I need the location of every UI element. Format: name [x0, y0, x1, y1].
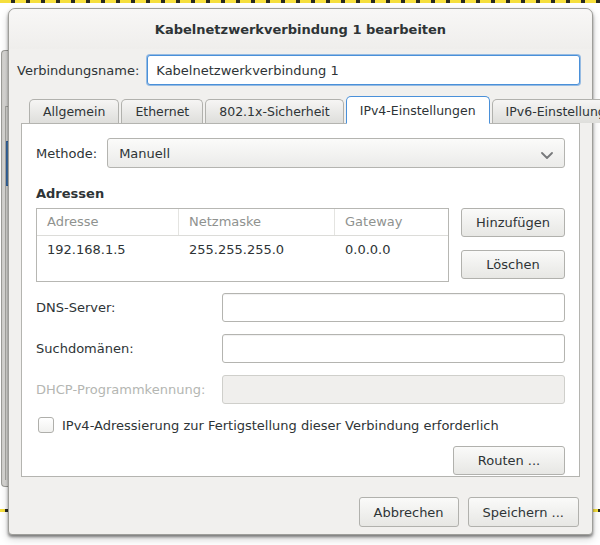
require-ipv4-label: IPv4-Adressierung zur Fertigstellung die… — [62, 418, 499, 433]
search-domains-input[interactable] — [222, 334, 565, 363]
tab-allgemein[interactable]: Allgemein — [29, 99, 119, 123]
delete-address-button[interactable]: Löschen — [461, 250, 565, 279]
dhcp-client-id-input — [222, 375, 565, 404]
tab-ipv6-einstellungen[interactable]: IPv6-Einstellungen — [492, 99, 600, 123]
edit-connection-dialog: Kabelnetzwerkverbindung 1 bearbeiten Ver… — [8, 8, 593, 535]
require-ipv4-checkbox[interactable] — [38, 417, 54, 433]
method-row: Methode: Manuell — [36, 138, 565, 168]
dialog-titlebar[interactable]: Kabelnetzwerkverbindung 1 bearbeiten — [9, 9, 592, 49]
addresses-block: Adresse Netzmaske Gateway 192.168.1.5 25… — [36, 208, 565, 282]
connection-name-label: Verbindungsname: — [17, 63, 139, 78]
addresses-table[interactable]: Adresse Netzmaske Gateway 192.168.1.5 25… — [36, 208, 449, 282]
save-button[interactable]: Speichern ... — [468, 497, 579, 527]
dns-server-label: DNS-Server: — [36, 300, 222, 315]
annotation-dash-right — [593, 509, 600, 512]
chevron-down-icon — [541, 148, 553, 163]
add-address-button[interactable]: Hinzufügen — [461, 208, 565, 237]
routes-button[interactable]: Routen ... — [453, 446, 565, 475]
cell-gateway[interactable]: 0.0.0.0 — [335, 236, 448, 264]
cancel-button[interactable]: Abbrechen — [359, 497, 459, 527]
column-header-adresse[interactable]: Adresse — [37, 209, 179, 235]
tab-ethernet[interactable]: Ethernet — [121, 99, 203, 123]
method-dropdown[interactable]: Manuell — [107, 138, 565, 168]
dialog-action-bar: Abbrechen Speichern ... — [9, 490, 592, 534]
tab-8021x-sicherheit[interactable]: 802.1x-Sicherheit — [205, 99, 344, 123]
dialog-title: Kabelnetzwerkverbindung 1 bearbeiten — [155, 22, 446, 37]
routes-row: Routen ... — [36, 446, 565, 475]
annotation-dashed-line-top — [0, 0, 600, 3]
annotation-dash-left — [0, 509, 8, 512]
address-buttons: Hinzufügen Löschen — [461, 208, 565, 279]
tab-bar: Allgemein Ethernet 802.1x-Sicherheit IPv… — [9, 95, 592, 123]
cell-adresse[interactable]: 192.168.1.5 — [37, 236, 179, 264]
dhcp-client-id-label: DHCP-Programmkennung: — [36, 382, 222, 397]
search-domains-row: Suchdomänen: — [36, 334, 565, 363]
column-header-gateway[interactable]: Gateway — [335, 209, 448, 235]
tab-ipv4-einstellungen[interactable]: IPv4-Einstellungen — [346, 96, 490, 124]
connection-name-row: Verbindungsname: — [9, 49, 592, 95]
addresses-section-label: Adressen — [36, 186, 565, 201]
addresses-table-header: Adresse Netzmaske Gateway — [37, 209, 448, 236]
dhcp-client-id-row: DHCP-Programmkennung: — [36, 375, 565, 404]
require-ipv4-row: IPv4-Adressierung zur Fertigstellung die… — [38, 417, 565, 433]
column-header-netzmaske[interactable]: Netzmaske — [179, 209, 335, 235]
dns-server-input[interactable] — [222, 293, 565, 322]
search-domains-label: Suchdomänen: — [36, 341, 222, 356]
connection-name-input[interactable] — [147, 55, 580, 85]
cell-netzmaske[interactable]: 255.255.255.0 — [179, 236, 335, 264]
method-label: Methode: — [36, 146, 97, 161]
dns-server-row: DNS-Server: — [36, 293, 565, 322]
address-table-row[interactable]: 192.168.1.5 255.255.255.0 0.0.0.0 — [37, 236, 448, 264]
method-dropdown-value: Manuell — [119, 146, 170, 161]
ipv4-settings-panel: Methode: Manuell Adressen Adresse Netzma… — [21, 123, 580, 477]
